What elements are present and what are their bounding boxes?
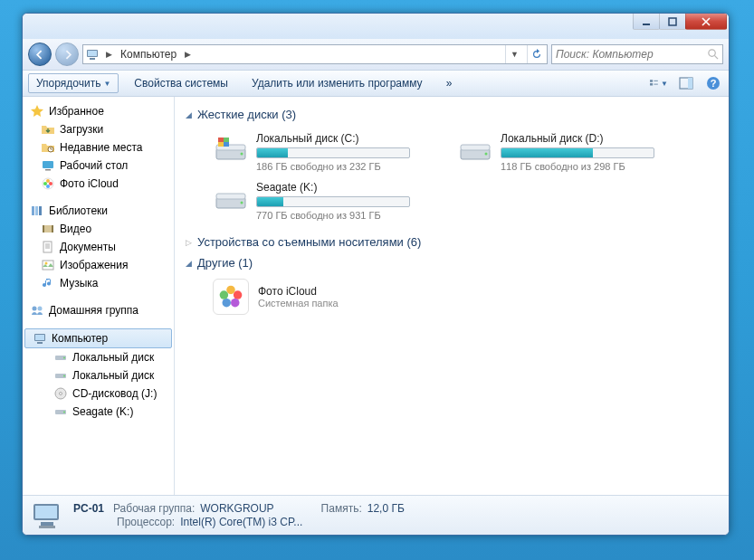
- workgroup-value: WORKGROUP: [200, 502, 273, 515]
- preview-pane-button[interactable]: [676, 73, 696, 93]
- drive-item[interactable]: Seagate (K:) 770 ГБ свободно из 931 ГБ: [213, 181, 439, 221]
- sidebar-item-label: Локальный диск: [72, 351, 154, 364]
- forward-button[interactable]: [55, 43, 79, 66]
- svg-point-5: [709, 50, 715, 56]
- svg-rect-3: [88, 51, 97, 56]
- refresh-button[interactable]: [527, 45, 545, 63]
- drive-icon: [53, 350, 68, 365]
- organize-button[interactable]: Упорядочить ▼: [28, 73, 119, 93]
- navigation-pane: Избранное Загрузки Недавние места Рабочи…: [23, 97, 175, 495]
- homegroup-icon: [30, 303, 44, 318]
- sidebar-homegroup[interactable]: Домашняя группа: [23, 301, 174, 319]
- drive-usage-bar: [256, 196, 410, 207]
- search-box[interactable]: [551, 44, 723, 64]
- uninstall-program-button[interactable]: Удалить или изменить программу: [243, 73, 431, 93]
- svg-rect-6: [650, 80, 653, 82]
- sidebar-item-pictures[interactable]: Изображения: [23, 256, 174, 274]
- drive-item[interactable]: Локальный диск (C:) 186 ГБ свободно из 2…: [213, 132, 439, 172]
- help-button[interactable]: ?: [703, 73, 723, 93]
- close-button[interactable]: [685, 14, 727, 30]
- sidebar-item-videos[interactable]: Видео: [23, 220, 174, 238]
- explorer-window: ▶ Компьютер ▶ ▼ Упорядочить ▼ Свойства с…: [22, 13, 730, 536]
- drive-free-text: 770 ГБ свободно из 931 ГБ: [256, 210, 439, 221]
- homegroup-label: Домашняя группа: [49, 304, 138, 317]
- svg-rect-16: [45, 169, 51, 171]
- svg-point-43: [63, 412, 65, 413]
- cpu-value: Intel(R) Core(TM) i3 CP...: [180, 516, 302, 528]
- minimize-button[interactable]: [633, 14, 660, 30]
- sidebar-item-label: Seagate (K:): [72, 405, 133, 418]
- sidebar-item-desktop[interactable]: Рабочий стол: [23, 157, 174, 175]
- svg-rect-49: [224, 138, 229, 142]
- sidebar-item-recent[interactable]: Недавние места: [23, 138, 174, 157]
- section-title: Устройства со съемными носителями (6): [197, 235, 421, 249]
- svg-rect-34: [35, 335, 44, 340]
- svg-point-59: [231, 299, 240, 308]
- drive-icon: [457, 132, 493, 168]
- view-options-button[interactable]: ▼: [649, 73, 669, 93]
- svg-point-58: [234, 290, 243, 299]
- back-button[interactable]: [28, 43, 52, 66]
- other-name: Фото iCloud: [258, 285, 339, 298]
- sidebar-item-label: Документы: [60, 241, 116, 253]
- address-bar[interactable]: ▶ Компьютер ▶ ▼: [82, 44, 548, 64]
- svg-point-32: [38, 307, 43, 311]
- sidebar-item-drive-d[interactable]: Локальный диск: [23, 366, 174, 384]
- photos-icon: [41, 176, 55, 191]
- search-icon: [707, 48, 719, 61]
- section-removable[interactable]: ▷ Устройства со съемными носителями (6): [186, 232, 718, 252]
- folder-icon: [41, 122, 55, 137]
- section-drives[interactable]: ◢ Жесткие диски (3): [186, 104, 718, 125]
- svg-point-20: [46, 185, 50, 188]
- svg-point-21: [43, 182, 47, 185]
- sidebar-item-drive-c[interactable]: Локальный диск: [23, 348, 174, 366]
- svg-rect-8: [654, 81, 657, 81]
- system-properties-button[interactable]: Свойства системы: [126, 73, 236, 93]
- sidebar-item-label: Фото iCloud: [60, 177, 119, 190]
- sidebar-favorites[interactable]: Избранное: [23, 102, 174, 120]
- svg-point-37: [63, 357, 65, 359]
- maximize-button[interactable]: [659, 14, 686, 30]
- titlebar: [23, 14, 729, 39]
- sidebar-item-icloud[interactable]: Фото iCloud: [23, 175, 174, 193]
- drive-name: Локальный диск (D:): [501, 132, 683, 147]
- svg-rect-66: [39, 526, 55, 528]
- svg-point-61: [220, 290, 229, 299]
- section-title: Другие (1): [197, 256, 253, 270]
- collapse-icon: ◢: [186, 110, 192, 119]
- organize-label: Упорядочить: [36, 77, 100, 90]
- search-input[interactable]: [556, 48, 707, 61]
- recent-icon: [41, 140, 55, 155]
- command-bar: Упорядочить ▼ Свойства системы Удалить и…: [23, 70, 729, 97]
- uninstall-label: Удалить или изменить программу: [252, 77, 423, 90]
- svg-rect-15: [43, 161, 53, 168]
- sidebar-item-documents[interactable]: Документы: [23, 238, 174, 256]
- sidebar-item-label: Загрузки: [60, 123, 103, 136]
- other-item[interactable]: Фото iCloud Системная папка: [186, 273, 718, 320]
- svg-point-39: [63, 375, 65, 377]
- drive-item[interactable]: Локальный диск (D:) 118 ГБ свободно из 2…: [457, 132, 683, 172]
- svg-rect-1: [669, 18, 676, 25]
- collapse-icon: ◢: [186, 259, 192, 268]
- breadcrumb-computer[interactable]: Компьютер: [119, 48, 178, 61]
- sidebar-item-downloads[interactable]: Загрузки: [23, 120, 174, 138]
- libraries-icon: [30, 204, 44, 218]
- other-subtitle: Системная папка: [258, 298, 339, 308]
- computer-icon: [33, 331, 47, 346]
- svg-point-56: [241, 202, 243, 204]
- toolbar-overflow[interactable]: »: [438, 73, 461, 93]
- overflow-label: »: [446, 77, 453, 90]
- drive-usage-bar: [256, 147, 410, 158]
- section-other[interactable]: ◢ Другие (1): [186, 252, 718, 273]
- drive-free-text: 186 ГБ свободно из 232 ГБ: [256, 161, 439, 172]
- video-icon: [41, 222, 55, 236]
- sidebar-item-cdrom[interactable]: CD-дисковод (J:): [23, 384, 174, 403]
- sidebar-libraries[interactable]: Библиотеки: [23, 202, 174, 220]
- history-dropdown[interactable]: ▼: [505, 45, 523, 63]
- sidebar-item-seagate[interactable]: Seagate (K:): [23, 403, 174, 421]
- drive-name: Seagate (K:): [256, 181, 439, 196]
- sidebar-item-music[interactable]: Музыка: [23, 274, 174, 292]
- cpu-label: Процессор:: [117, 516, 175, 528]
- workgroup-label: Рабочая группа:: [113, 502, 195, 515]
- sidebar-computer[interactable]: Компьютер: [24, 328, 172, 348]
